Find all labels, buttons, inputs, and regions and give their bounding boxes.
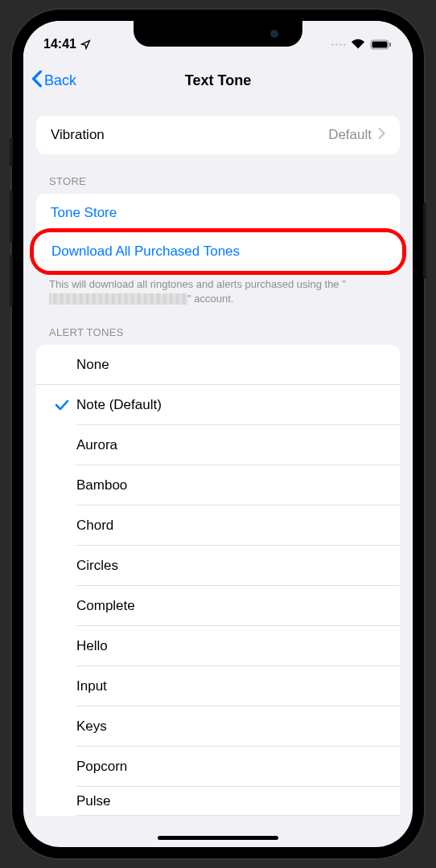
tone-row-keys[interactable]: Keys [36, 706, 400, 747]
content: Vibration Default Store Tone Store [23, 101, 413, 816]
tone-row-chord[interactable]: Chord [36, 506, 400, 546]
tone-row-none[interactable]: None [36, 345, 400, 385]
tone-row-aurora[interactable]: Aurora [36, 425, 400, 465]
page-title: Text Tone [185, 72, 251, 89]
tone-label: Pulse [76, 793, 111, 809]
status-right [331, 39, 393, 50]
status-time: 14:41 [43, 37, 76, 51]
tone-row-complete[interactable]: Complete [36, 586, 400, 626]
tone-label: Aurora [76, 437, 117, 453]
screen: 14:41 Ba [23, 21, 413, 847]
vibration-section: Vibration Default [23, 116, 413, 154]
front-camera [270, 30, 278, 38]
tone-row-popcorn[interactable]: Popcorn [36, 747, 400, 787]
svg-rect-1 [372, 41, 388, 47]
redacted-account [49, 293, 187, 305]
tone-label: Keys [76, 719, 107, 735]
footer-pre: This will download all ringtones and ale… [49, 278, 346, 290]
power-button [423, 203, 426, 279]
download-all-cell[interactable]: Download All Purchased Tones [34, 232, 402, 271]
back-label: Back [44, 72, 76, 89]
phone-frame: 14:41 Ba [12, 10, 424, 858]
tone-label: Hello [76, 638, 108, 654]
tone-row-hello[interactable]: Hello [36, 626, 400, 666]
tone-row-circles[interactable]: Circles [36, 546, 400, 586]
check-icon [47, 399, 76, 411]
mute-switch [10, 138, 13, 166]
status-left: 14:41 [43, 37, 91, 51]
vibration-cell[interactable]: Vibration Default [36, 116, 400, 154]
store-header: Store [23, 169, 413, 194]
volume-down-button [10, 255, 13, 307]
tone-row-bamboo[interactable]: Bamboo [36, 465, 400, 506]
highlight-ring: Download All Purchased Tones [30, 228, 406, 275]
tone-label: Input [76, 678, 107, 694]
tone-row-input[interactable]: Input [36, 666, 400, 706]
cellular-icon [331, 43, 346, 46]
tone-row-pulse[interactable]: Pulse [36, 787, 400, 816]
tone-row-note[interactable]: Note (Default) [36, 385, 400, 425]
footer-post: " account. [187, 293, 233, 305]
nav-bar: Back Text Tone [23, 59, 413, 101]
tone-store-cell[interactable]: Tone Store [36, 194, 400, 232]
tone-label: Circles [76, 558, 118, 574]
wifi-icon [351, 39, 365, 50]
svg-rect-2 [389, 43, 391, 47]
tone-label: None [76, 357, 109, 373]
store-footer: This will download all ringtones and ale… [23, 271, 413, 309]
battery-icon [370, 39, 393, 50]
store-section: Store Tone Store Download All Purchased … [23, 169, 413, 309]
tone-label: Bamboo [76, 477, 127, 493]
home-indicator[interactable] [158, 836, 278, 840]
chevron-left-icon [31, 70, 43, 92]
notch [134, 21, 302, 47]
tone-label: Chord [76, 518, 113, 534]
vibration-label: Vibration [51, 127, 328, 143]
volume-up-button [10, 190, 13, 243]
alert-tones-section: Alert Tones None Note (Default) [23, 320, 413, 816]
alert-tones-list: None Note (Default) Aurora Bamb [36, 345, 400, 816]
back-button[interactable]: Back [31, 70, 76, 92]
tone-store-label: Tone Store [51, 205, 117, 221]
tone-label: Complete [76, 598, 135, 614]
tone-label: Popcorn [76, 759, 127, 775]
tone-label: Note (Default) [76, 397, 162, 413]
location-icon [80, 39, 91, 50]
chevron-right-icon [378, 127, 385, 143]
download-all-label: Download All Purchased Tones [51, 244, 240, 260]
vibration-value: Default [328, 127, 372, 143]
alert-tones-header: Alert Tones [23, 320, 413, 345]
